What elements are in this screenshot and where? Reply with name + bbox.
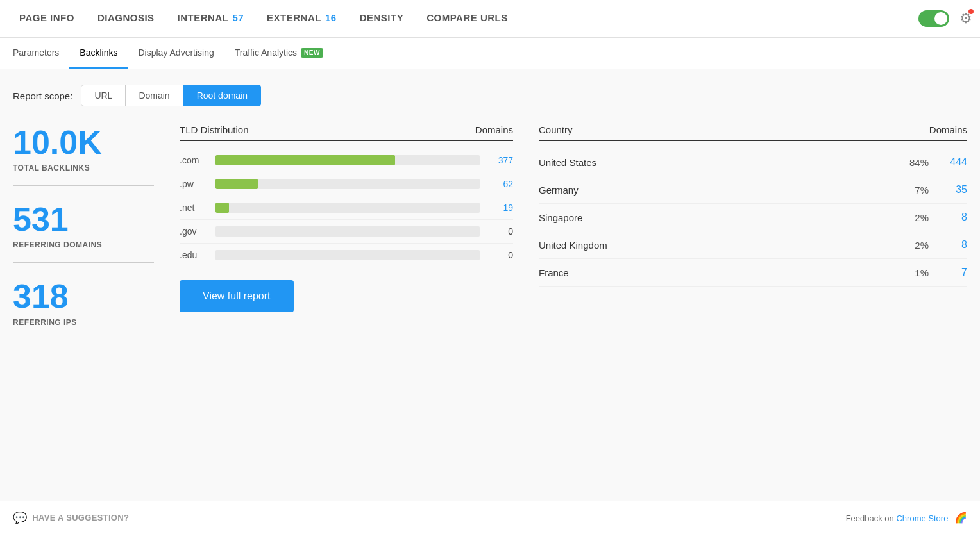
scope-root-domain-button[interactable]: Root domain (183, 85, 261, 106)
nav-external-badge: 16 (325, 12, 337, 23)
country-row-3: United Kingdom 2% 8 (539, 231, 967, 259)
top-nav: PAGE INFO DIAGNOSIS INTERNAL 57 EXTERNAL… (0, 0, 980, 38)
nav-density-label: DENSITY (360, 12, 404, 23)
country-count-2: 8 (942, 212, 967, 223)
tab-backlinks-label: Backlinks (80, 47, 117, 58)
tld-column-label: Domains (475, 124, 513, 135)
scope-domain-button[interactable]: Domain (125, 85, 183, 106)
tab-parameters-label: Parameters (13, 47, 59, 58)
nav-compare-urls[interactable]: COMPARE URLS (415, 0, 520, 38)
new-badge: NEW (301, 48, 323, 58)
suggestion-label: HAVE A SUGGESTION? (32, 513, 129, 522)
tld-section: TLD Distribution Domains .com 377 .pw 62… (180, 124, 513, 356)
nav-compare-urls-label: COMPARE URLS (427, 12, 508, 23)
country-count-4: 7 (942, 267, 967, 278)
referring-ips-number: 318 (13, 278, 154, 315)
tld-bar-container-3 (215, 226, 480, 237)
tld-row-0: .com 377 (180, 149, 513, 172)
country-count-3: 8 (942, 239, 967, 251)
content-grid: 10.0K TOTAL BACKLINKS 531 REFERRING DOMA… (13, 124, 967, 356)
nav-page-info[interactable]: PAGE INFO (8, 0, 86, 38)
country-header: Country Domains (539, 124, 967, 141)
nav-internal[interactable]: INTERNAL 57 (166, 0, 256, 38)
referring-ips-label: REFERRING IPS (13, 318, 154, 327)
rainbow-icon: 🌈 (954, 512, 967, 523)
left-stats: 10.0K TOTAL BACKLINKS 531 REFERRING DOMA… (13, 124, 154, 356)
tld-bar-container-4 (215, 250, 480, 260)
tld-row-2: .net 19 (180, 196, 513, 220)
nav-external[interactable]: EXTERNAL 16 (255, 0, 348, 38)
country-pct-0: 84% (898, 157, 929, 168)
tld-header: TLD Distribution Domains (180, 124, 513, 141)
stat-referring-ips: 318 REFERRING IPS (13, 278, 154, 340)
scope-url-button[interactable]: URL (81, 85, 125, 106)
country-column-label: Domains (929, 124, 967, 135)
tab-traffic-analytics-label: Traffic Analytics (235, 47, 297, 58)
tld-name-2: .net (180, 203, 208, 213)
country-pct-2: 2% (898, 212, 929, 223)
tab-backlinks[interactable]: Backlinks (69, 38, 128, 69)
toggle-switch[interactable] (918, 10, 949, 27)
suggestion-icon: 💬 (13, 511, 27, 525)
country-name-2: Singapore (539, 212, 898, 223)
country-row-0: United States 84% 444 (539, 149, 967, 176)
nav-internal-badge: 57 (232, 12, 244, 23)
tld-count-0: 377 (487, 155, 513, 165)
main-content: Report scope: URL Domain Root domain 10.… (0, 69, 980, 534)
tld-count-1: 62 (487, 179, 513, 189)
country-count-0: 444 (942, 156, 967, 168)
nav-diagnosis[interactable]: DIAGNOSIS (86, 0, 166, 38)
tld-bar-fill-2 (215, 203, 229, 213)
feedback-prefix: Feedback on (846, 513, 894, 523)
sub-nav: Parameters Backlinks Display Advertising… (0, 38, 980, 69)
tld-row-1: .pw 62 (180, 172, 513, 196)
gear-notification-dot (968, 9, 974, 14)
tld-title: TLD Distribution (180, 124, 249, 135)
tab-display-advertising[interactable]: Display Advertising (128, 38, 224, 69)
total-backlinks-label: TOTAL BACKLINKS (13, 163, 154, 172)
country-name-1: Germany (539, 185, 898, 196)
country-rows: United States 84% 444 Germany 7% 35 Sing… (539, 149, 967, 287)
country-section: Country Domains United States 84% 444 Ge… (539, 124, 967, 356)
total-backlinks-number: 10.0K (13, 124, 154, 161)
nav-density[interactable]: DENSITY (348, 0, 416, 38)
report-scope: Report scope: URL Domain Root domain (13, 85, 967, 106)
nav-diagnosis-label: DIAGNOSIS (97, 12, 155, 23)
stat-total-backlinks: 10.0K TOTAL BACKLINKS (13, 124, 154, 186)
tld-bar-container-0 (215, 155, 480, 165)
tld-name-3: .gov (180, 226, 208, 237)
footer: 💬 HAVE A SUGGESTION? Feedback on Chrome … (0, 501, 980, 534)
tab-traffic-analytics[interactable]: Traffic Analytics NEW (224, 38, 334, 69)
country-row-4: France 1% 7 (539, 259, 967, 287)
country-title: Country (539, 124, 573, 135)
tld-rows: .com 377 .pw 62 .net 19 .gov 0 .edu 0 (180, 149, 513, 267)
chrome-store-link[interactable]: Chrome Store (896, 513, 948, 523)
country-name-3: United Kingdom (539, 240, 898, 251)
tld-row-4: .edu 0 (180, 244, 513, 267)
tld-bar-fill-0 (215, 155, 395, 165)
referring-domains-label: REFERRING DOMAINS (13, 240, 154, 249)
report-scope-label: Report scope: (13, 90, 72, 101)
suggestion-link[interactable]: 💬 HAVE A SUGGESTION? (13, 511, 129, 525)
tab-parameters[interactable]: Parameters (10, 38, 69, 69)
tld-name-4: .edu (180, 250, 208, 260)
country-name-0: United States (539, 157, 898, 168)
tld-bar-fill-1 (215, 179, 258, 189)
tld-name-0: .com (180, 155, 208, 165)
feedback-text: Feedback on Chrome Store 🌈 (846, 512, 967, 524)
country-pct-1: 7% (898, 185, 929, 196)
tld-bar-container-2 (215, 203, 480, 213)
country-pct-4: 1% (898, 267, 929, 278)
tld-row-3: .gov 0 (180, 220, 513, 244)
nav-page-info-label: PAGE INFO (19, 12, 74, 23)
view-full-report-button[interactable]: View full report (180, 280, 294, 312)
tab-display-advertising-label: Display Advertising (139, 47, 214, 58)
gear-icon[interactable]: ⚙ (959, 10, 972, 27)
stat-referring-domains: 531 REFERRING DOMAINS (13, 201, 154, 263)
tld-count-3: 0 (487, 226, 513, 237)
country-row-2: Singapore 2% 8 (539, 204, 967, 231)
country-pct-3: 2% (898, 240, 929, 251)
nav-external-label: EXTERNAL (267, 12, 321, 23)
tld-count-4: 0 (487, 250, 513, 260)
tld-name-1: .pw (180, 179, 208, 189)
